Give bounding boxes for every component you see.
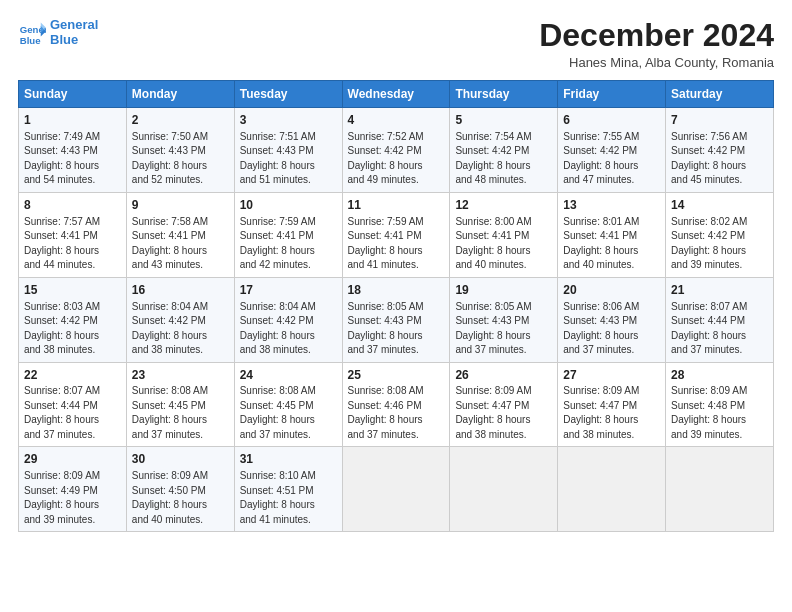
calendar-cell <box>666 447 774 532</box>
location: Hanes Mina, Alba County, Romania <box>539 55 774 70</box>
calendar-cell: 24Sunrise: 8:08 AM Sunset: 4:45 PM Dayli… <box>234 362 342 447</box>
calendar-cell: 17Sunrise: 8:04 AM Sunset: 4:42 PM Dayli… <box>234 277 342 362</box>
day-number: 8 <box>24 197 121 214</box>
cell-detail: Sunrise: 8:08 AM Sunset: 4:45 PM Dayligh… <box>240 384 337 442</box>
calendar-cell: 14Sunrise: 8:02 AM Sunset: 4:42 PM Dayli… <box>666 192 774 277</box>
calendar-cell <box>558 447 666 532</box>
logo-icon: General Blue <box>18 19 46 47</box>
day-number: 13 <box>563 197 660 214</box>
cell-detail: Sunrise: 7:54 AM Sunset: 4:42 PM Dayligh… <box>455 130 552 188</box>
day-number: 10 <box>240 197 337 214</box>
svg-text:Blue: Blue <box>20 34 41 45</box>
cell-detail: Sunrise: 7:49 AM Sunset: 4:43 PM Dayligh… <box>24 130 121 188</box>
logo-text-general: General <box>50 18 98 33</box>
day-number: 28 <box>671 367 768 384</box>
cell-detail: Sunrise: 8:02 AM Sunset: 4:42 PM Dayligh… <box>671 215 768 273</box>
day-number: 6 <box>563 112 660 129</box>
calendar-cell: 2Sunrise: 7:50 AM Sunset: 4:43 PM Daylig… <box>126 108 234 193</box>
cell-detail: Sunrise: 8:07 AM Sunset: 4:44 PM Dayligh… <box>671 300 768 358</box>
cell-detail: Sunrise: 7:58 AM Sunset: 4:41 PM Dayligh… <box>132 215 229 273</box>
calendar-cell: 21Sunrise: 8:07 AM Sunset: 4:44 PM Dayli… <box>666 277 774 362</box>
day-number: 5 <box>455 112 552 129</box>
logo: General Blue General Blue <box>18 18 98 48</box>
weekday-header-cell: Wednesday <box>342 81 450 108</box>
weekday-header-cell: Saturday <box>666 81 774 108</box>
day-number: 27 <box>563 367 660 384</box>
weekday-header-row: SundayMondayTuesdayWednesdayThursdayFrid… <box>19 81 774 108</box>
title-block: December 2024 Hanes Mina, Alba County, R… <box>539 18 774 70</box>
calendar-cell: 13Sunrise: 8:01 AM Sunset: 4:41 PM Dayli… <box>558 192 666 277</box>
day-number: 18 <box>348 282 445 299</box>
day-number: 15 <box>24 282 121 299</box>
cell-detail: Sunrise: 7:52 AM Sunset: 4:42 PM Dayligh… <box>348 130 445 188</box>
calendar-cell <box>342 447 450 532</box>
day-number: 3 <box>240 112 337 129</box>
day-number: 12 <box>455 197 552 214</box>
calendar-cell: 16Sunrise: 8:04 AM Sunset: 4:42 PM Dayli… <box>126 277 234 362</box>
cell-detail: Sunrise: 7:59 AM Sunset: 4:41 PM Dayligh… <box>348 215 445 273</box>
cell-detail: Sunrise: 7:57 AM Sunset: 4:41 PM Dayligh… <box>24 215 121 273</box>
page: General Blue General Blue December 2024 … <box>0 0 792 542</box>
cell-detail: Sunrise: 7:55 AM Sunset: 4:42 PM Dayligh… <box>563 130 660 188</box>
calendar-cell: 29Sunrise: 8:09 AM Sunset: 4:49 PM Dayli… <box>19 447 127 532</box>
calendar-week-row: 1Sunrise: 7:49 AM Sunset: 4:43 PM Daylig… <box>19 108 774 193</box>
month-title: December 2024 <box>539 18 774 53</box>
day-number: 24 <box>240 367 337 384</box>
weekday-header-cell: Sunday <box>19 81 127 108</box>
day-number: 7 <box>671 112 768 129</box>
day-number: 30 <box>132 451 229 468</box>
cell-detail: Sunrise: 8:09 AM Sunset: 4:47 PM Dayligh… <box>455 384 552 442</box>
calendar-cell: 25Sunrise: 8:08 AM Sunset: 4:46 PM Dayli… <box>342 362 450 447</box>
calendar-cell: 20Sunrise: 8:06 AM Sunset: 4:43 PM Dayli… <box>558 277 666 362</box>
cell-detail: Sunrise: 8:09 AM Sunset: 4:49 PM Dayligh… <box>24 469 121 527</box>
calendar-week-row: 29Sunrise: 8:09 AM Sunset: 4:49 PM Dayli… <box>19 447 774 532</box>
day-number: 9 <box>132 197 229 214</box>
weekday-header-cell: Tuesday <box>234 81 342 108</box>
cell-detail: Sunrise: 8:05 AM Sunset: 4:43 PM Dayligh… <box>455 300 552 358</box>
day-number: 20 <box>563 282 660 299</box>
day-number: 22 <box>24 367 121 384</box>
cell-detail: Sunrise: 7:59 AM Sunset: 4:41 PM Dayligh… <box>240 215 337 273</box>
cell-detail: Sunrise: 8:01 AM Sunset: 4:41 PM Dayligh… <box>563 215 660 273</box>
cell-detail: Sunrise: 8:06 AM Sunset: 4:43 PM Dayligh… <box>563 300 660 358</box>
day-number: 4 <box>348 112 445 129</box>
calendar-cell: 18Sunrise: 8:05 AM Sunset: 4:43 PM Dayli… <box>342 277 450 362</box>
calendar-cell: 11Sunrise: 7:59 AM Sunset: 4:41 PM Dayli… <box>342 192 450 277</box>
calendar-cell: 26Sunrise: 8:09 AM Sunset: 4:47 PM Dayli… <box>450 362 558 447</box>
day-number: 11 <box>348 197 445 214</box>
weekday-header-cell: Thursday <box>450 81 558 108</box>
cell-detail: Sunrise: 8:08 AM Sunset: 4:46 PM Dayligh… <box>348 384 445 442</box>
day-number: 25 <box>348 367 445 384</box>
calendar-cell: 27Sunrise: 8:09 AM Sunset: 4:47 PM Dayli… <box>558 362 666 447</box>
calendar-week-row: 8Sunrise: 7:57 AM Sunset: 4:41 PM Daylig… <box>19 192 774 277</box>
calendar-week-row: 22Sunrise: 8:07 AM Sunset: 4:44 PM Dayli… <box>19 362 774 447</box>
cell-detail: Sunrise: 8:05 AM Sunset: 4:43 PM Dayligh… <box>348 300 445 358</box>
calendar-cell: 3Sunrise: 7:51 AM Sunset: 4:43 PM Daylig… <box>234 108 342 193</box>
calendar-cell: 7Sunrise: 7:56 AM Sunset: 4:42 PM Daylig… <box>666 108 774 193</box>
day-number: 26 <box>455 367 552 384</box>
cell-detail: Sunrise: 8:09 AM Sunset: 4:48 PM Dayligh… <box>671 384 768 442</box>
day-number: 14 <box>671 197 768 214</box>
cell-detail: Sunrise: 8:04 AM Sunset: 4:42 PM Dayligh… <box>240 300 337 358</box>
calendar-cell: 15Sunrise: 8:03 AM Sunset: 4:42 PM Dayli… <box>19 277 127 362</box>
calendar-cell: 1Sunrise: 7:49 AM Sunset: 4:43 PM Daylig… <box>19 108 127 193</box>
header: General Blue General Blue December 2024 … <box>18 18 774 70</box>
calendar-cell: 10Sunrise: 7:59 AM Sunset: 4:41 PM Dayli… <box>234 192 342 277</box>
cell-detail: Sunrise: 8:07 AM Sunset: 4:44 PM Dayligh… <box>24 384 121 442</box>
cell-detail: Sunrise: 8:08 AM Sunset: 4:45 PM Dayligh… <box>132 384 229 442</box>
day-number: 29 <box>24 451 121 468</box>
cell-detail: Sunrise: 8:10 AM Sunset: 4:51 PM Dayligh… <box>240 469 337 527</box>
cell-detail: Sunrise: 7:56 AM Sunset: 4:42 PM Dayligh… <box>671 130 768 188</box>
calendar-cell: 6Sunrise: 7:55 AM Sunset: 4:42 PM Daylig… <box>558 108 666 193</box>
cell-detail: Sunrise: 8:00 AM Sunset: 4:41 PM Dayligh… <box>455 215 552 273</box>
calendar-cell: 22Sunrise: 8:07 AM Sunset: 4:44 PM Dayli… <box>19 362 127 447</box>
day-number: 31 <box>240 451 337 468</box>
logo-text-blue: Blue <box>50 33 98 48</box>
calendar-cell: 8Sunrise: 7:57 AM Sunset: 4:41 PM Daylig… <box>19 192 127 277</box>
calendar-cell: 19Sunrise: 8:05 AM Sunset: 4:43 PM Dayli… <box>450 277 558 362</box>
day-number: 16 <box>132 282 229 299</box>
day-number: 19 <box>455 282 552 299</box>
cell-detail: Sunrise: 8:04 AM Sunset: 4:42 PM Dayligh… <box>132 300 229 358</box>
day-number: 23 <box>132 367 229 384</box>
cell-detail: Sunrise: 8:09 AM Sunset: 4:47 PM Dayligh… <box>563 384 660 442</box>
